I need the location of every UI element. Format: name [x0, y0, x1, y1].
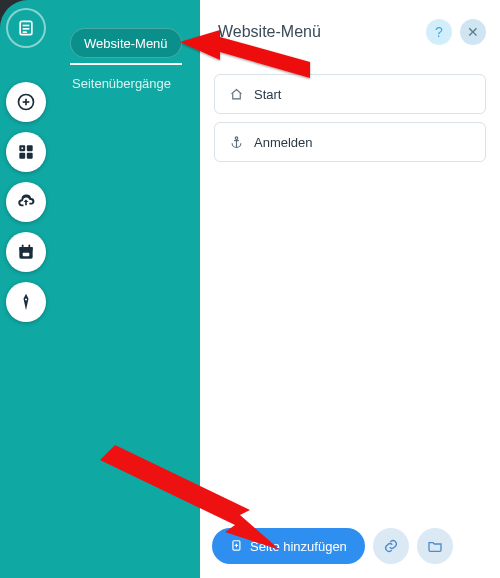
anchor-icon: [229, 135, 244, 150]
plus-circle-icon: [16, 92, 36, 112]
panel-header: Website-Menü ? ✕: [200, 0, 500, 64]
page-list: Start Anmelden: [200, 64, 500, 172]
svg-rect-13: [19, 247, 32, 250]
svg-rect-10: [27, 153, 33, 159]
add-page-icon: [230, 539, 244, 553]
svg-point-18: [235, 136, 238, 139]
page-item-anmelden[interactable]: Anmelden: [214, 122, 486, 162]
close-button[interactable]: ✕: [460, 19, 486, 45]
rail-store-button[interactable]: [6, 232, 46, 272]
svg-point-17: [25, 299, 27, 301]
svg-rect-9: [19, 153, 25, 159]
page-item-label: Start: [254, 87, 281, 102]
calendar-store-icon: [16, 242, 36, 262]
svg-rect-8: [27, 145, 33, 151]
folder-icon: [427, 538, 443, 554]
folder-button[interactable]: [417, 528, 453, 564]
link-page-button[interactable]: [373, 528, 409, 564]
rail-blog-button[interactable]: [6, 282, 46, 322]
rail-pages-button[interactable]: [6, 8, 46, 48]
svg-rect-15: [29, 245, 31, 248]
page-item-start[interactable]: Start: [214, 74, 486, 114]
question-mark-icon: ?: [435, 24, 443, 40]
tab-label: Website-Menü: [84, 36, 168, 51]
panel-title: Website-Menü: [218, 23, 418, 41]
left-icon-rail: [6, 8, 46, 322]
rail-upload-button[interactable]: [6, 182, 46, 222]
svg-rect-11: [21, 147, 23, 149]
tab-label: Seitenübergänge: [72, 76, 171, 91]
tab-website-menu[interactable]: Website-Menü: [70, 28, 182, 58]
rail-add-button[interactable]: [6, 82, 46, 122]
apps-grid-icon: [16, 142, 36, 162]
cloud-upload-icon: [16, 192, 36, 212]
panel-footer: Seite hinzufügen: [200, 514, 500, 578]
help-button[interactable]: ?: [426, 19, 452, 45]
home-icon: [229, 87, 244, 102]
add-page-button[interactable]: Seite hinzufügen: [212, 528, 365, 564]
pages-panel: Website-Menü ? ✕ Start Anmelden Seite hi…: [200, 0, 500, 578]
close-icon: ✕: [467, 24, 479, 40]
page-list-icon: [16, 18, 36, 38]
add-page-label: Seite hinzufügen: [250, 539, 347, 554]
link-icon: [383, 538, 399, 554]
pen-nib-icon: [16, 292, 36, 312]
rail-apps-button[interactable]: [6, 132, 46, 172]
svg-rect-14: [22, 245, 24, 248]
tab-page-transitions[interactable]: Seitenübergänge: [70, 76, 200, 91]
svg-rect-16: [23, 253, 30, 256]
page-item-label: Anmelden: [254, 135, 313, 150]
